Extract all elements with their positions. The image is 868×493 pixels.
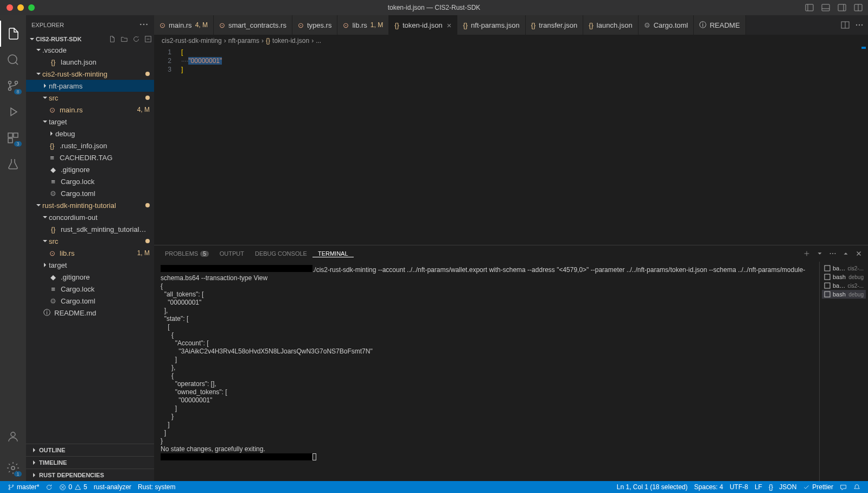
tree-file-schema[interactable]: {}rust_sdk_minting_tutorial_schema.json <box>26 223 154 235</box>
panel-tab-output[interactable]: OUTPUT <box>214 250 250 257</box>
layout-icon[interactable] <box>854 3 863 12</box>
tree-file-gitignore2[interactable]: ◆.gitignore <box>26 271 154 283</box>
code-editor[interactable]: 1 2 3 [ ····"00000001" ] <box>154 47 868 245</box>
tree-file-cargolock2[interactable]: ≡Cargo.lock <box>26 283 154 295</box>
status-prettier[interactable]: Prettier <box>800 483 837 491</box>
maximize-icon[interactable] <box>842 250 850 257</box>
tree-file-rustc[interactable]: {}.rustc_info.json <box>26 140 154 151</box>
tree-folder-target[interactable]: target <box>26 116 154 128</box>
term-session-2[interactable]: bashcis2-... <box>822 281 866 290</box>
status-problems[interactable]: 05 <box>56 483 90 491</box>
panel-bottom-icon[interactable] <box>821 3 830 12</box>
tree-folder-tutorial[interactable]: rust-sdk-minting-tutorial <box>26 199 154 211</box>
explorer-sidebar: EXPLORER CIS2-RUST-SDK .vscode {}launch.… <box>26 15 154 481</box>
sidebar-more-button[interactable] <box>139 20 149 30</box>
term-session-1[interactable]: bashdebug <box>822 273 866 281</box>
testing-activity[interactable] <box>0 151 26 177</box>
tree-folder-nftparams[interactable]: nft-params <box>26 80 154 92</box>
tab-transfer[interactable]: {}transfer.json <box>526 15 584 35</box>
status-sync[interactable] <box>42 484 56 491</box>
svg-rect-15 <box>14 133 18 137</box>
panel-tab-problems[interactable]: PROBLEMS5 <box>159 250 214 257</box>
tree-folder-debug[interactable]: debug <box>26 128 154 140</box>
term-session-0[interactable]: bashcis2-... <box>822 264 866 273</box>
tree-file-launch[interactable]: {}launch.json <box>26 56 154 68</box>
tree-file-librs[interactable]: ⊙lib.rs1, M <box>26 247 154 259</box>
close-icon[interactable]: × <box>447 21 452 30</box>
tree-folder-minting[interactable]: cis2-rust-sdk-minting <box>26 68 154 80</box>
search-activity[interactable] <box>0 47 26 73</box>
extensions-activity[interactable]: 3 <box>0 125 26 151</box>
section-timeline[interactable]: TIMELINE <box>26 456 154 469</box>
tree-file-cargolock[interactable]: ≡Cargo.lock <box>26 175 154 187</box>
git-activity[interactable]: 8 <box>0 73 26 99</box>
status-rust[interactable]: Rust: system <box>135 483 178 491</box>
maximize-window-button[interactable] <box>28 4 35 11</box>
status-position[interactable]: Ln 1, Col 1 (18 selected) <box>614 483 691 491</box>
account-activity[interactable] <box>0 424 26 450</box>
svg-point-21 <box>146 23 148 25</box>
sidebar-header: EXPLORER <box>26 15 154 34</box>
collapse-icon[interactable] <box>144 35 152 43</box>
refresh-icon[interactable] <box>132 35 140 43</box>
tree-file-cachedir[interactable]: ≡CACHEDIR.TAG <box>26 151 154 163</box>
debug-activity[interactable] <box>0 99 26 125</box>
panel-tab-terminal[interactable]: TERMINAL <box>312 250 354 257</box>
status-eol[interactable]: LF <box>751 483 765 491</box>
close-icon[interactable] <box>855 250 863 257</box>
breadcrumbs[interactable]: cis2-rust-sdk-minting› nft-params› {}tok… <box>154 35 868 47</box>
svg-point-8 <box>8 55 17 64</box>
minimize-window-button[interactable] <box>17 4 24 11</box>
status-spaces[interactable]: Spaces: 4 <box>691 483 726 491</box>
beaker-icon <box>7 157 20 170</box>
more-icon[interactable] <box>829 250 837 257</box>
terminal-sessions: bashcis2-... bashdebug bashcis2-... bash… <box>819 262 868 481</box>
tree-folder-vscode[interactable]: .vscode <box>26 44 154 56</box>
panel-tab-debug[interactable]: DEBUG CONSOLE <box>250 250 312 257</box>
status-feedback[interactable] <box>837 483 850 491</box>
section-outline[interactable]: OUTLINE <box>26 444 154 456</box>
tab-types[interactable]: ⊙types.rs <box>292 15 338 35</box>
project-header[interactable]: CIS2-RUST-SDK <box>26 34 154 44</box>
new-terminal-icon[interactable] <box>803 250 810 257</box>
status-encoding[interactable]: UTF-8 <box>726 483 751 491</box>
split-icon[interactable] <box>841 21 850 29</box>
new-file-icon[interactable] <box>108 35 116 43</box>
panel-right-icon[interactable] <box>838 3 846 12</box>
tab-smartcontracts[interactable]: ⊙smart_contracts.rs <box>214 15 292 35</box>
chevron-right-icon <box>31 460 37 465</box>
tree-folder-src2[interactable]: src <box>26 235 154 247</box>
tab-nftparams[interactable]: {}nft-params.json <box>457 15 525 35</box>
status-analyzer[interactable]: rust-analyzer <box>91 483 135 491</box>
tree-file-gitignore[interactable]: ◆.gitignore <box>26 163 154 175</box>
explorer-activity[interactable] <box>0 21 26 47</box>
tab-cargotoml[interactable]: ⚙Cargo.toml <box>639 15 694 35</box>
tab-librs[interactable]: ⊙lib.rs1, M <box>337 15 389 35</box>
terminal-output[interactable]: ./cis2-rust-sdk-minting --account ../../… <box>154 262 819 481</box>
panel-left-icon[interactable] <box>805 3 814 12</box>
close-window-button[interactable] <box>7 4 13 11</box>
sync-icon <box>46 484 53 491</box>
term-session-3[interactable]: bashdebug <box>822 290 866 299</box>
tab-launch[interactable]: {}launch.json <box>583 15 638 35</box>
new-folder-icon[interactable] <box>120 35 128 43</box>
status-lang[interactable]: {} JSON <box>765 483 800 491</box>
terminal-icon <box>824 291 831 298</box>
tab-readme[interactable]: ⓘREADME <box>694 15 746 35</box>
minimap[interactable] <box>835 47 868 245</box>
tree-folder-concordium[interactable]: concordium-out <box>26 211 154 223</box>
tree-folder-target2[interactable]: target <box>26 259 154 271</box>
more-icon[interactable] <box>855 21 864 29</box>
tree-file-cargotoml2[interactable]: ⚙Cargo.toml <box>26 295 154 307</box>
chevron-down-icon[interactable] <box>816 250 824 257</box>
section-rust-deps[interactable]: RUST DEPENDENCIES <box>26 469 154 481</box>
tab-tokenid[interactable]: {}token-id.json× <box>389 15 457 35</box>
status-branch[interactable]: master* <box>4 483 42 491</box>
status-bell[interactable] <box>850 483 864 491</box>
tree-file-cargotoml[interactable]: ⚙Cargo.toml <box>26 187 154 199</box>
settings-activity[interactable]: 1 <box>0 455 26 481</box>
tab-mainrs[interactable]: ⊙main.rs4, M <box>154 15 214 35</box>
tree-file-mainrs[interactable]: ⊙main.rs4, M <box>26 104 154 116</box>
tree-file-readme[interactable]: ⓘREADME.md <box>26 307 154 319</box>
tree-folder-src[interactable]: src <box>26 92 154 104</box>
